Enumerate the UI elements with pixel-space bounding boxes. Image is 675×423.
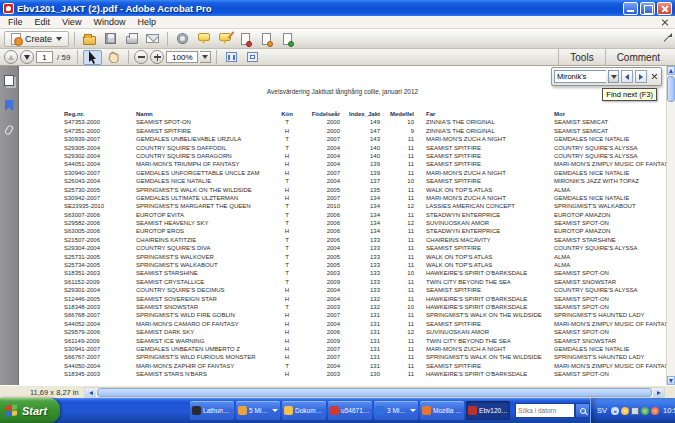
select-tool-button[interactable] [83, 50, 102, 65]
cell-mor: MIRONIK'S JAZZ WITH TOPAZ [554, 177, 639, 185]
zoom-in-button[interactable] [150, 50, 164, 64]
doc-green-button[interactable] [278, 30, 297, 47]
messenger-icon[interactable] [621, 407, 629, 415]
cell-reg-nr: S47353-2000 [64, 118, 136, 126]
close-toolbar-icon[interactable] [661, 18, 670, 27]
vertical-scrollbar[interactable] [666, 66, 675, 385]
taskbar-item[interactable]: Dokument [282, 401, 326, 420]
find-input[interactable] [554, 70, 606, 83]
taskbar-item[interactable]: Lathunden S... [190, 401, 234, 420]
page-thumbnails-icon[interactable] [4, 75, 14, 86]
taskbar-item[interactable]: Mozilla Firef... [420, 401, 464, 420]
cell-medelfel: 11 [380, 370, 414, 378]
cell-far: ZINNIA'S THE ORIGINAL [426, 127, 550, 135]
close-icon [651, 73, 658, 80]
cell-index-jakt: 131 [340, 345, 380, 353]
scroll-up-button[interactable] [667, 66, 675, 75]
cell-medelfel: 10 [380, 269, 414, 277]
cell-reg-nr: SE23935-2010 [64, 202, 136, 210]
bookmarks-icon[interactable] [5, 100, 14, 111]
cell-fodelsear: 2004 [298, 286, 340, 294]
cell-namn: GEMDALES UNBEATEN UMBERTO Z [136, 345, 276, 353]
find-next-button[interactable] [635, 70, 647, 83]
cell-medelfel: 11 [380, 227, 414, 235]
fit-width-button[interactable] [222, 50, 241, 65]
display-icon[interactable] [631, 407, 639, 415]
cell-index-jakt: 140 [340, 152, 380, 160]
cell-index-jakt: 134 [340, 211, 380, 219]
hide-icons-chevron-icon[interactable]: « [611, 407, 619, 415]
cell-reg-nr: S29304-2004 [64, 244, 136, 252]
menu-file[interactable]: File [2, 17, 29, 27]
find-previous-button[interactable] [621, 70, 633, 83]
expand-pane-icon[interactable] [662, 34, 671, 43]
open-file-button[interactable] [80, 30, 99, 47]
sticky-note-button[interactable] [194, 30, 213, 47]
cell-far: HAWKEIRE'S SPIRIT O'BARKSDALE [426, 269, 550, 277]
cell-kon: H [276, 337, 298, 345]
cell-mor: SEAMIST SPOT-ON [554, 303, 609, 311]
table-row: S18348-2003SEAMIST SNOWSTART200313210HAW… [64, 303, 666, 311]
language-indicator[interactable]: SV [597, 406, 607, 415]
scroll-down-button[interactable] [667, 376, 675, 385]
table-row: SE23935-2010SPRINGMIST'S MARGARET THE QU… [64, 202, 666, 210]
horizontal-scrollbar[interactable] [84, 387, 665, 398]
settings-button[interactable] [173, 30, 192, 47]
horizontal-scroll-thumb[interactable] [97, 388, 652, 397]
scroll-right-button[interactable] [653, 388, 664, 397]
minimize-button[interactable] [623, 2, 638, 15]
cell-far: TWIN CITY BEYOND THE SEA [426, 337, 550, 345]
cell-index-jakt: 131 [340, 328, 380, 336]
next-page-button[interactable] [20, 50, 34, 64]
create-button[interactable]: Create [4, 31, 69, 47]
taskbar-item[interactable]: Ebv1201_JA... [466, 401, 510, 420]
taskbar-item[interactable]: 5 Microsoft.... [236, 401, 280, 420]
cell-kon: T [276, 177, 298, 185]
search-button[interactable] [575, 403, 590, 418]
page-number-input[interactable] [36, 51, 53, 63]
table-body: S47353-2000SEAMIST SPOT-ONT200014910ZINN… [64, 118, 666, 378]
print-button[interactable] [122, 30, 141, 47]
find-history-dropdown[interactable] [608, 70, 619, 83]
cell-fodelsear: 2005 [298, 261, 340, 269]
zoom-level-value[interactable]: 100% [166, 51, 198, 63]
attachments-icon[interactable] [4, 124, 14, 136]
close-button[interactable] [657, 2, 672, 15]
comment-tab[interactable]: Comment [605, 49, 671, 65]
tools-tab[interactable]: Tools [558, 49, 604, 65]
scroll-left-button[interactable] [85, 388, 96, 397]
previous-page-button[interactable] [4, 50, 18, 64]
search-input[interactable] [515, 403, 575, 418]
highlight-button[interactable] [215, 30, 234, 47]
maximize-button[interactable] [640, 2, 655, 15]
cell-mor: ALMA [554, 261, 570, 269]
cell-mor: ALMA [554, 253, 570, 261]
cell-mor: EUROTOP AMAZON [554, 227, 610, 235]
menu-view[interactable]: View [56, 17, 87, 27]
fit-page-button[interactable] [243, 50, 262, 65]
taskbar-item[interactable]: 3 Microsoft... [374, 401, 418, 420]
table-row: S47353-2000SEAMIST SPOT-ONT200014910ZINN… [64, 118, 666, 126]
menu-window[interactable]: Window [87, 17, 131, 27]
cell-namn: MARI-MON'S TRIUMPH OF FANTASY [136, 160, 276, 168]
taskbar-clock[interactable]: 10:50 [663, 406, 675, 415]
hand-tool-button[interactable] [104, 50, 123, 65]
doc-red-button[interactable] [236, 30, 255, 47]
doc-orange-button[interactable] [257, 30, 276, 47]
menu-edit[interactable]: Edit [29, 17, 57, 27]
antivirus-icon[interactable] [641, 407, 649, 415]
save-button[interactable] [101, 30, 120, 47]
cell-index-jakt: 143 [340, 135, 380, 143]
cell-reg-nr: S18348-2003 [64, 303, 136, 311]
update-icon[interactable] [651, 407, 659, 415]
table-row: S12446-2005SEAMIST SOVEREIGN STARH200413… [64, 295, 666, 303]
find-close-button[interactable] [649, 70, 659, 83]
vertical-scroll-thumb[interactable] [667, 76, 675, 102]
taskbar-item[interactable]: u5467162@... [328, 401, 372, 420]
cell-index-jakt: 134 [340, 194, 380, 202]
start-button[interactable]: Start [0, 398, 60, 423]
email-button[interactable] [143, 30, 162, 47]
zoom-out-button[interactable] [134, 50, 148, 64]
zoom-dropdown-button[interactable] [200, 51, 211, 63]
menu-help[interactable]: Help [131, 17, 162, 27]
